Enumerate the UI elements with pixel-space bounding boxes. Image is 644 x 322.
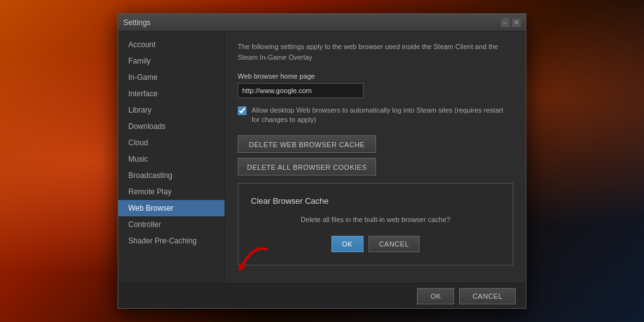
red-arrow-icon (232, 240, 276, 277)
delete-cache-button[interactable]: DELETE WEB BROWSER CACHE (238, 135, 376, 153)
sidebar-item-broadcasting[interactable]: Broadcasting (118, 167, 225, 184)
sidebar-item-cloud[interactable]: Cloud (118, 135, 225, 151)
ok-button[interactable]: OK (417, 288, 454, 304)
title-controls: – ✕ (501, 18, 521, 27)
checkbox-row: Allow desktop Web browsers to automatica… (238, 106, 513, 125)
dialog-overlay: Settings – ✕ AccountFamilyIn-GameInterfa… (0, 0, 644, 322)
sidebar-item-music[interactable]: Music (118, 151, 225, 167)
checkbox-label: Allow desktop Web browsers to automatica… (252, 106, 513, 125)
bottom-bar: OK CANCEL (118, 283, 526, 308)
sidebar-item-in-game[interactable]: In-Game (118, 69, 225, 86)
sidebar-item-shader-pre-caching[interactable]: Shader Pre-Caching (118, 233, 225, 249)
inner-cancel-button[interactable]: CANCEL (369, 236, 420, 252)
inner-dialog-title: Clear Browser Cache (251, 196, 500, 206)
svg-marker-0 (238, 264, 246, 271)
title-bar: Settings – ✕ (118, 14, 526, 31)
window-title: Settings (123, 18, 150, 27)
close-button[interactable]: ✕ (512, 18, 521, 27)
sidebar-item-controller[interactable]: Controller (118, 216, 225, 233)
minimize-button[interactable]: – (501, 18, 509, 27)
content-area: AccountFamilyIn-GameInterfaceLibraryDown… (118, 31, 526, 283)
sidebar-item-remote-play[interactable]: Remote Play (118, 184, 225, 200)
sidebar-item-web-browser[interactable]: Web Browser (118, 200, 225, 216)
description-text: The following settings apply to the web … (238, 42, 513, 62)
inner-dialog: Clear Browser Cache Delete all files in … (238, 183, 513, 265)
inner-dialog-text: Delete all files in the built-in web bro… (251, 216, 500, 223)
sidebar-item-interface[interactable]: Interface (118, 86, 225, 102)
home-page-input[interactable] (238, 83, 364, 98)
sidebar: AccountFamilyIn-GameInterfaceLibraryDown… (118, 31, 225, 283)
sidebar-item-family[interactable]: Family (118, 53, 225, 69)
delete-cookies-button[interactable]: DELETE ALL BROWSER COOKIES (238, 158, 376, 175)
auto-login-checkbox[interactable] (238, 106, 247, 115)
sidebar-item-downloads[interactable]: Downloads (118, 118, 225, 135)
home-page-label: Web browser home page (238, 72, 513, 80)
inner-ok-button[interactable]: OK (331, 236, 364, 252)
main-panel: The following settings apply to the web … (225, 31, 526, 283)
sidebar-item-library[interactable]: Library (118, 102, 225, 118)
sidebar-item-account[interactable]: Account (118, 36, 225, 53)
cancel-button[interactable]: CANCEL (459, 288, 516, 304)
settings-window: Settings – ✕ AccountFamilyIn-GameInterfa… (118, 13, 526, 309)
inner-dialog-buttons: OK CANCEL (251, 236, 500, 252)
